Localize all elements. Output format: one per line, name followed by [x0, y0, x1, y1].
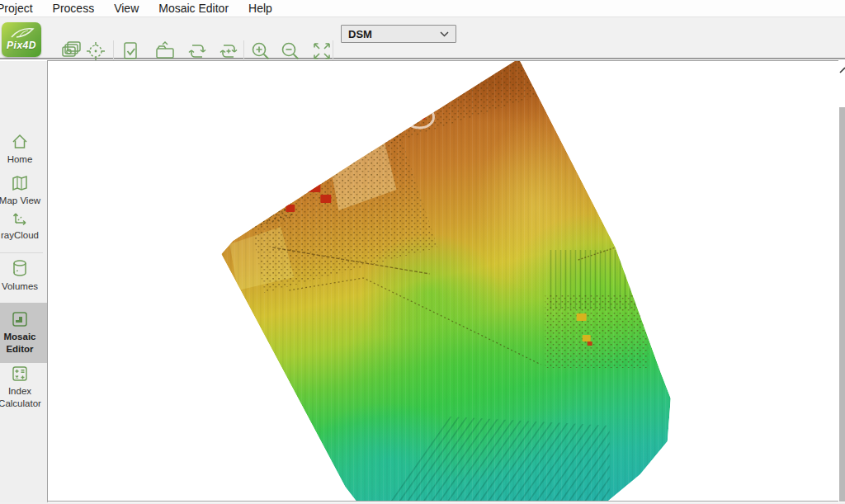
sidebar-item-home[interactable]: Home — [0, 132, 47, 166]
index-calculator-icon — [10, 364, 30, 384]
volumes-cylinder-icon — [10, 257, 30, 279]
menu-view[interactable]: View — [111, 1, 141, 16]
menu-process[interactable]: Process — [50, 1, 97, 16]
menu-bar: Project Process View Mosaic Editor Help — [0, 0, 845, 16]
sprout-icon — [2, 22, 41, 40]
mosaic-canvas[interactable] — [47, 60, 838, 502]
dsm-surface — [221, 61, 698, 501]
raycloud-axes-icon — [10, 208, 30, 228]
right-scrollbar[interactable] — [839, 107, 845, 502]
sidebar-item-index-calculator[interactable]: IndexCalculator — [0, 364, 47, 410]
toolbar: Pix4D — [0, 16, 845, 59]
sidebar-item-mosaic-editor[interactable]: MosaicEditor — [0, 303, 47, 363]
mosaic-editor-icon — [10, 309, 30, 329]
map-icon — [10, 173, 30, 193]
pix4d-logo: Pix4D — [2, 22, 41, 57]
dsm-preview — [48, 61, 838, 501]
panel-corner-mark — [839, 66, 845, 76]
menu-project[interactable]: Project — [0, 1, 35, 16]
sidebar-item-map-view[interactable]: Map View — [0, 173, 47, 207]
sidebar-separator — [0, 252, 43, 253]
logo-text: Pix4D — [2, 40, 41, 51]
sidebar: Home Map View rayCloud — [0, 61, 48, 504]
chevron-down-icon — [440, 31, 449, 37]
menu-help[interactable]: Help — [246, 1, 275, 16]
application-window: Project Process View Mosaic Editor Help … — [0, 0, 845, 504]
home-icon — [10, 132, 30, 152]
sidebar-item-volumes[interactable]: Volumes — [0, 257, 47, 293]
menu-mosaic-editor[interactable]: Mosaic Editor — [156, 1, 231, 16]
sidebar-item-raycloud[interactable]: rayCloud — [0, 208, 47, 242]
mosaic-layer-dropdown[interactable]: DSM — [341, 25, 456, 43]
mosaic-layer-value: DSM — [348, 28, 372, 40]
